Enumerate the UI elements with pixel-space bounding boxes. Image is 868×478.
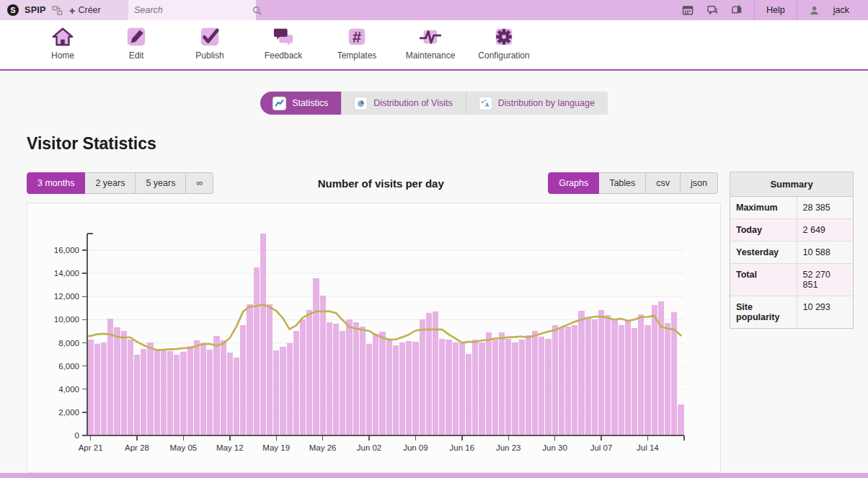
pie-chart-icon	[355, 97, 367, 110]
templates-icon: #	[346, 26, 368, 48]
line-chart-icon	[273, 97, 285, 110]
feedback-icon	[273, 26, 294, 48]
summary-panel: Summary Maximum 28 385Today 2 649Yesterd…	[730, 172, 854, 329]
svg-text:Jun 30: Jun 30	[542, 443, 567, 452]
summary-row-total: Total 52 270 851	[730, 264, 853, 296]
view-button-json[interactable]: json	[681, 172, 718, 194]
summary-value: 52 270 851	[797, 264, 853, 296]
nav-item-label: Edit	[129, 50, 144, 61]
nav-item-maintenance[interactable]: Maintenance	[394, 20, 467, 61]
nav-item-label: Maintenance	[406, 50, 456, 61]
summary-value: 2 649	[797, 219, 853, 242]
topbar-left: S SPIP + Créer	[0, 0, 128, 20]
svg-text:0: 0	[75, 431, 79, 440]
svg-text:May 19: May 19	[262, 443, 290, 452]
svg-text:May 12: May 12	[216, 443, 244, 452]
help-link[interactable]: Help	[766, 5, 785, 15]
svg-text:2,000: 2,000	[58, 408, 79, 417]
topbar: S SPIP + Créer Help	[0, 0, 868, 20]
create-label: Créer	[78, 5, 100, 15]
tab-label: Distribution by language	[498, 98, 595, 108]
view-button-group: GraphsTablescsvjson	[548, 172, 718, 194]
svg-text:10,000: 10,000	[54, 315, 79, 324]
nav-item-label: Templates	[337, 50, 377, 61]
chart-heading: Number of visits per day	[213, 177, 548, 190]
nav-item-label: Configuration	[478, 50, 529, 61]
spip-logo-icon[interactable]: S	[7, 4, 19, 16]
language-icon: aA	[479, 97, 492, 110]
range-button-5-years[interactable]: 5 years	[136, 172, 186, 194]
svg-text:6,000: 6,000	[58, 362, 79, 371]
nav-item-label: Feedback	[265, 50, 303, 61]
calendar-icon[interactable]	[682, 4, 694, 16]
nav-item-configuration[interactable]: Configuration	[467, 20, 541, 61]
summary-label: Today	[730, 219, 797, 242]
summary-row-site-popularity: Site popularity 10 293	[730, 296, 853, 329]
username-label: jack	[833, 5, 849, 15]
publish-icon	[199, 26, 221, 48]
summary-value: 10 588	[797, 242, 853, 264]
range-button-3-months[interactable]: 3 months	[27, 172, 85, 194]
nav-item-feedback[interactable]: Feedback	[247, 20, 320, 61]
svg-text:Apr 21: Apr 21	[79, 443, 103, 452]
svg-text:May 26: May 26	[309, 443, 337, 452]
summary-value: 28 385	[797, 197, 853, 219]
range-button-2-years[interactable]: 2 years	[85, 172, 136, 194]
range-button--[interactable]: ∞	[186, 172, 213, 194]
svg-text:14,000: 14,000	[54, 269, 79, 278]
nav-item-publish[interactable]: Publish	[173, 20, 247, 61]
nav-item-home[interactable]: Home	[26, 20, 99, 61]
home-icon	[52, 26, 74, 48]
summary-value: 10 293	[797, 296, 853, 329]
view-button-tables[interactable]: Tables	[599, 172, 646, 194]
tab-label: Statistics	[292, 98, 328, 108]
svg-text:16,000: 16,000	[54, 246, 79, 255]
topbar-right: Help jack	[670, 0, 868, 20]
visits-per-day-chart: 02,0004,0006,0008,00010,00012,00014,0001…	[27, 203, 721, 473]
mailbox-icon[interactable]	[731, 4, 743, 16]
tab-label: Distribution of Visits	[373, 98, 453, 108]
footer-bar	[0, 473, 868, 478]
svg-text:Jul 07: Jul 07	[590, 443, 613, 452]
spip-label[interactable]: SPIP	[25, 5, 46, 15]
nav-item-templates[interactable]: # Templates	[320, 20, 394, 61]
user-menu[interactable]: jack	[797, 0, 861, 20]
summary-label: Maximum	[730, 197, 797, 219]
svg-text:a: a	[482, 99, 484, 103]
edit-icon	[125, 26, 147, 48]
summary-label: Total	[730, 264, 797, 296]
summary-title: Summary	[730, 172, 853, 197]
tab-distribution-of-visits[interactable]: Distribution of Visits	[341, 92, 466, 115]
controls-row: 3 months2 years5 years∞ Number of visits…	[27, 172, 718, 194]
svg-text:Jun 09: Jun 09	[403, 443, 428, 452]
svg-text:Jun 16: Jun 16	[450, 443, 475, 452]
svg-text:12,000: 12,000	[54, 292, 79, 301]
create-button[interactable]: + Créer	[69, 5, 101, 16]
nav-item-label: Home	[51, 50, 74, 61]
topbar-shortcuts	[670, 0, 754, 20]
svg-text:#: #	[353, 28, 362, 46]
stats-tabs: Statistics Distribution of VisitsaA Dist…	[260, 92, 608, 115]
maintenance-icon	[420, 26, 441, 48]
tab-statistics[interactable]: Statistics	[260, 92, 341, 115]
page-title: Visitor Statistics	[27, 134, 868, 154]
summary-table: Maximum 28 385Today 2 649Yesterday 10 58…	[730, 197, 853, 328]
forum-icon[interactable]	[707, 4, 718, 16]
svg-text:Jun 23: Jun 23	[496, 443, 521, 452]
view-button-graphs[interactable]: Graphs	[548, 172, 599, 194]
view-button-csv[interactable]: csv	[646, 172, 681, 194]
summary-row-maximum: Maximum 28 385	[730, 197, 853, 219]
search-box	[128, 0, 256, 20]
svg-text:4,000: 4,000	[58, 385, 79, 394]
svg-text:A: A	[485, 102, 490, 108]
configuration-icon	[493, 26, 515, 48]
range-button-group: 3 months2 years5 years∞	[27, 172, 213, 194]
summary-label: Yesterday	[730, 242, 797, 264]
nav-item-edit[interactable]: Edit	[99, 20, 173, 61]
tab-distribution-by-language[interactable]: aA Distribution by language	[466, 92, 608, 115]
search-input[interactable]	[134, 5, 252, 15]
sitemap-icon[interactable]	[52, 4, 63, 16]
svg-text:8,000: 8,000	[58, 339, 79, 348]
summary-label: Site popularity	[730, 296, 797, 329]
topbar-spacer	[256, 0, 670, 20]
